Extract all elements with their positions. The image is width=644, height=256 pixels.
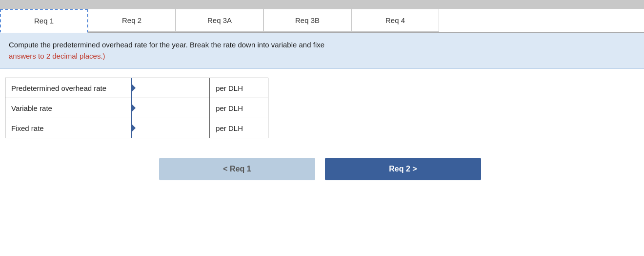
content-area: Predetermined overhead rate per DLH Vari… [0,69,644,199]
tab-req1[interactable]: Req 1 [0,9,88,33]
tab-req3b[interactable]: Req 3B [263,9,351,32]
row1-input[interactable] [132,78,209,98]
row2-label: Variable rate [5,98,132,118]
row3-unit: per DLH [210,118,268,138]
prev-button[interactable]: < Req 1 [159,158,315,180]
next-button[interactable]: Req 2 > [325,158,481,180]
instruction-box: Compute the predetermined overhead rate … [0,33,644,69]
rate-table: Predetermined overhead rate per DLH Vari… [5,78,268,138]
tab-req2[interactable]: Req 2 [88,9,176,32]
table-row: Predetermined overhead rate per DLH [5,78,268,98]
row3-input[interactable] [132,118,209,138]
instruction-red-text: answers to 2 decimal places.) [9,52,105,60]
row1-unit: per DLH [210,78,268,98]
tabs-row: Req 1 Req 2 Req 3A Req 3B Req 4 [0,9,644,33]
tab-req4[interactable]: Req 4 [351,9,439,32]
nav-buttons: < Req 1 Req 2 > [5,153,635,190]
row1-input-cell [132,78,210,98]
row3-label: Fixed rate [5,118,132,138]
row2-unit: per DLH [210,98,268,118]
table-row: Variable rate per DLH [5,98,268,118]
table-row: Fixed rate per DLH [5,118,268,138]
instruction-main-text: Compute the predetermined overhead rate … [9,41,324,49]
row1-label: Predetermined overhead rate [5,78,132,98]
row2-input[interactable] [132,98,209,118]
row3-input-cell [132,118,210,138]
row2-input-cell [132,98,210,118]
page-wrapper: Req 1 Req 2 Req 3A Req 3B Req 4 Compute … [0,0,644,256]
tab-req3a[interactable]: Req 3A [176,9,263,32]
top-bar [0,0,644,9]
